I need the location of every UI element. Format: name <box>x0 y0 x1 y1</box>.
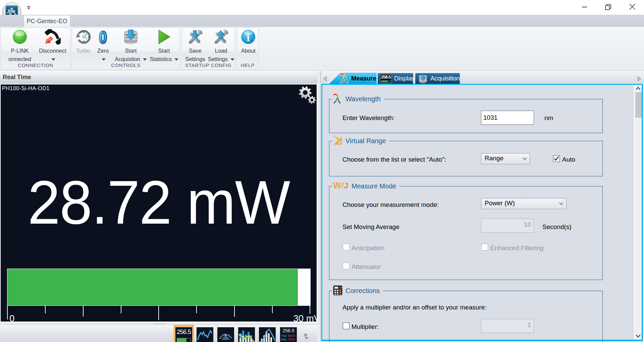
svg-text:J: J <box>344 181 348 190</box>
svg-text:/: / <box>341 181 344 190</box>
svg-text:0: 0 <box>99 29 107 45</box>
svg-text:i: i <box>247 31 250 44</box>
svg-text:W: W <box>333 181 341 190</box>
svg-text:3.14: 3.14 <box>339 287 342 289</box>
